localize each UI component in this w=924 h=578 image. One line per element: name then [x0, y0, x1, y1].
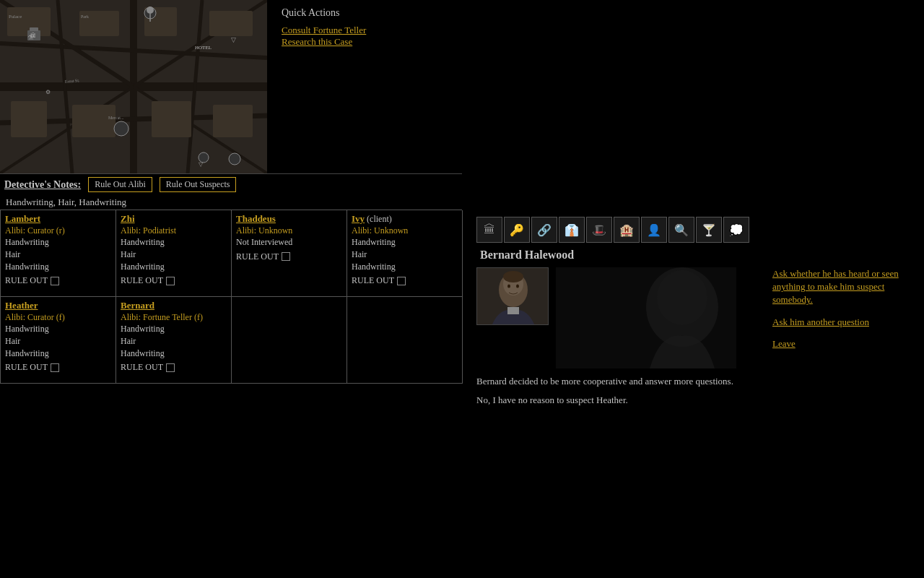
suspect-card-lambert: Lambert Alibi: Curator (r) HandwritingHa… — [1, 210, 116, 297]
rule-out-alibi-button[interactable]: Rule Out Alibi — [88, 177, 152, 192]
svg-point-43 — [507, 285, 510, 288]
icon-search[interactable]: 🔍 — [668, 217, 694, 243]
character-name: Bernard Halewood — [480, 249, 917, 262]
dialogue-text-2: No, I have no reason to suspect Heather. — [476, 393, 751, 407]
suspect-card-thaddeus: Thaddeus Alibi: Unknown Not Interviewed … — [232, 210, 347, 297]
suspect-name-ivy[interactable]: Ivy — [352, 213, 365, 224]
icon-person[interactable]: 👤 — [641, 217, 667, 243]
suspect-empty-1 — [232, 297, 347, 384]
svg-rect-17 — [72, 105, 116, 137]
detective-notes-section: Detective's Notes: Rule Out Alibi Rule O… — [0, 173, 462, 195]
svg-point-47 — [657, 270, 707, 325]
svg-point-41 — [503, 271, 523, 282]
svg-rect-42 — [507, 307, 519, 314]
svg-point-29 — [147, 7, 154, 14]
quick-actions-area: Quick Actions Consult Fortune Teller Res… — [267, 0, 924, 173]
leave-link[interactable]: Leave — [772, 337, 917, 350]
suspect-name-thaddeus[interactable]: Thaddeus — [236, 213, 276, 224]
svg-text:⚗: ⚗ — [27, 34, 33, 41]
svg-text:▽: ▽ — [231, 36, 236, 43]
interaction-icons-row: 🏛 🔑 🔗 👔 🎩 🏨 👤 🔍 🍸 💭 — [476, 217, 917, 243]
icon-shirt[interactable]: 👔 — [559, 217, 585, 243]
svg-rect-18 — [152, 101, 191, 137]
main-container: Palace Park 🏛 ⚗ ▽ ⚙ ▽ HOTE — [0, 0, 924, 578]
suspect-name-lambert[interactable]: Lambert — [5, 213, 40, 224]
map-container[interactable]: Palace Park 🏛 ⚗ ▽ ⚙ ▽ HOTE — [0, 0, 267, 173]
interaction-section: 🏛 🔑 🔗 👔 🎩 🏨 👤 🔍 🍸 💭 Bernard Halewood — [462, 210, 924, 414]
icon-drink[interactable]: 🍸 — [696, 217, 722, 243]
svg-text:▽: ▽ — [199, 161, 204, 168]
detective-notes-title: Detective's Notes: — [4, 179, 81, 191]
suspects-grid: Lambert Alibi: Curator (r) HandwritingHa… — [0, 210, 462, 384]
rule-out-bernard-checkbox[interactable] — [166, 363, 175, 372]
research-case-link[interactable]: Research this Case — [282, 36, 352, 47]
suspects-section: Lambert Alibi: Curator (r) HandwritingHa… — [0, 210, 462, 414]
icon-hotel[interactable]: 🏨 — [614, 217, 640, 243]
svg-text:Park: Park — [81, 14, 89, 19]
svg-rect-19 — [213, 105, 253, 137]
ask-another-link[interactable]: Ask him another question — [772, 316, 917, 329]
rule-out-thaddeus-checkbox[interactable] — [282, 252, 290, 261]
svg-point-27 — [229, 153, 240, 165]
suspect-name-heather[interactable]: Heather — [5, 300, 38, 311]
svg-text:Mercat...: Mercat... — [108, 116, 124, 120]
suspect-card-ivy: Ivy (client) Alibi: Unknown HandwritingH… — [347, 210, 463, 297]
rule-out-suspects-button[interactable]: Rule Out Suspects — [160, 177, 237, 192]
icon-hat[interactable]: 🎩 — [586, 217, 612, 243]
svg-text:HOTEL: HOTEL — [195, 45, 212, 51]
icon-building[interactable]: 🏛 — [476, 217, 502, 243]
svg-text:⚙: ⚙ — [45, 89, 51, 95]
ask-heard-link[interactable]: Ask whether he has heard or seen anythin… — [772, 267, 917, 307]
suspect-name-bernard[interactable]: Bernard — [121, 300, 154, 311]
bottom-area: Lambert Alibi: Curator (r) HandwritingHa… — [0, 210, 924, 414]
icon-thought[interactable]: 💭 — [723, 217, 749, 243]
suspect-card-bernard: Bernard Alibi: Fortune Teller (f) Handwr… — [116, 297, 232, 384]
rule-out-lambert-checkbox[interactable] — [51, 277, 59, 285]
svg-rect-23 — [30, 27, 38, 31]
svg-rect-16 — [11, 101, 47, 137]
notes-text: Handwriting, Hair, Handwriting — [4, 197, 126, 207]
svg-point-26 — [114, 121, 128, 136]
rule-out-ivy-checkbox[interactable] — [397, 277, 406, 285]
consult-fortune-teller-link[interactable]: Consult Fortune Teller — [282, 25, 366, 35]
dialogue-text-1: Bernard decided to be more cooperative a… — [476, 374, 751, 389]
quick-actions-title: Quick Actions — [282, 7, 910, 19]
suspect-name-zhi[interactable]: Zhi — [121, 213, 135, 224]
background-silhouette — [556, 267, 736, 368]
rule-out-zhi-checkbox[interactable] — [166, 277, 175, 285]
suspect-card-zhi: Zhi Alibi: Podiatrist HandwritingHairHan… — [116, 210, 232, 297]
svg-rect-15 — [209, 11, 253, 36]
character-portrait — [476, 267, 549, 325]
svg-text:Palace: Palace — [9, 14, 22, 20]
top-area: Palace Park 🏛 ⚗ ▽ ⚙ ▽ HOTE — [0, 0, 924, 173]
rule-out-heather-checkbox[interactable] — [51, 363, 59, 372]
action-links: Ask whether he has heard or seen anythin… — [772, 267, 917, 350]
icon-key[interactable]: 🔑 — [504, 217, 530, 243]
suspect-card-heather: Heather Alibi: Curator (f) HandwritingHa… — [1, 297, 116, 384]
icon-chain[interactable]: 🔗 — [531, 217, 557, 243]
notes-content: Handwriting, Hair, Handwriting — [0, 195, 462, 210]
svg-point-44 — [516, 285, 519, 288]
suspect-empty-2 — [347, 297, 463, 384]
